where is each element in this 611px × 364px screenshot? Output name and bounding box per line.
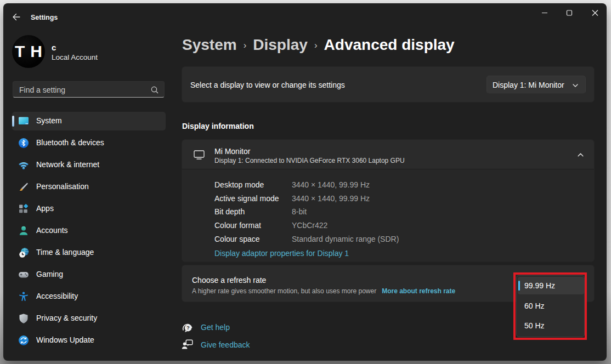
svg-text:?: ?	[186, 325, 190, 331]
